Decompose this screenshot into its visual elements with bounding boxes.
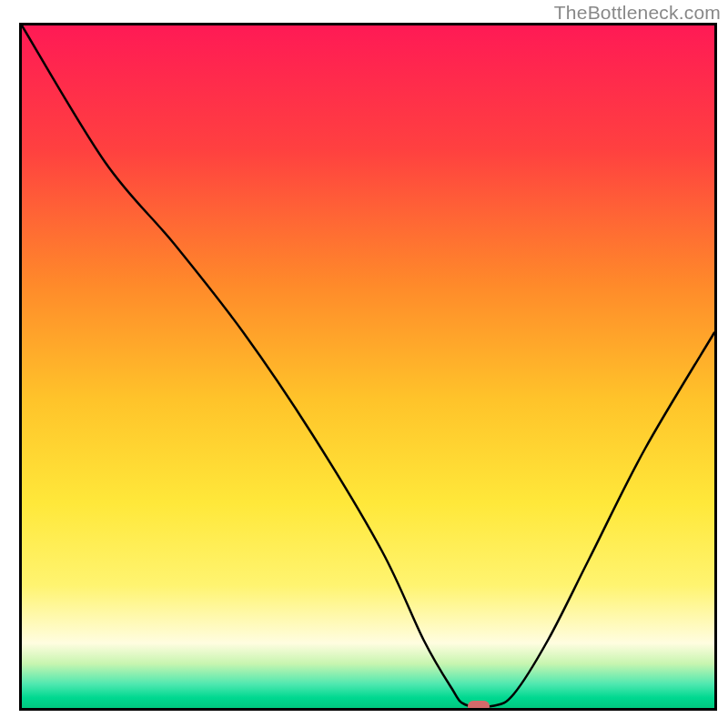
bottleneck-curve: [22, 25, 714, 708]
watermark-text: TheBottleneck.com: [554, 2, 721, 24]
plot-area: [19, 23, 717, 711]
chart-container: TheBottleneck.com: [0, 0, 728, 728]
optimum-marker: [468, 701, 490, 711]
